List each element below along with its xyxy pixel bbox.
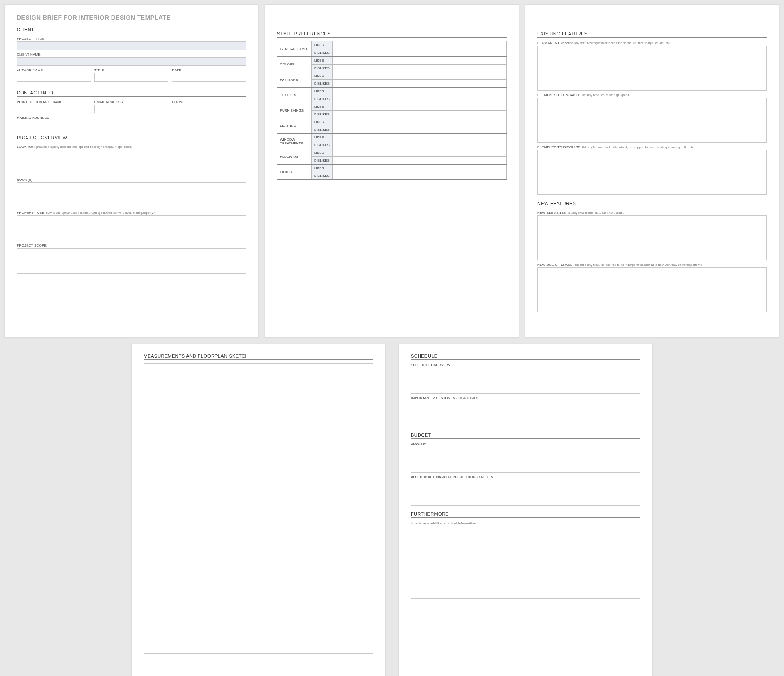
section-new: NEW FEATURES xyxy=(537,201,767,207)
input-furnishings-dislikes[interactable] xyxy=(333,111,507,118)
section-client: CLIENT xyxy=(17,27,246,33)
label-fin-notes: ADDITIONAL FINANCIAL PROJECTIONS / NOTES xyxy=(411,475,640,479)
label-project-title: PROJECT TITLE xyxy=(17,37,246,41)
input-scope[interactable] xyxy=(17,248,246,274)
input-author-name[interactable] xyxy=(17,73,91,82)
input-email[interactable] xyxy=(94,105,169,113)
label-rooms: ROOM(S) xyxy=(17,178,246,182)
cat-furnishings: FURNISHINGS xyxy=(277,103,312,118)
page-2-style-preferences: STYLE PREFERENCES GENERAL STYLELIKES DIS… xyxy=(265,4,519,338)
label-title: TITLE xyxy=(94,68,169,72)
input-general-dislikes[interactable] xyxy=(333,49,507,57)
cat-lighting: LIGHTING xyxy=(277,118,312,134)
input-phone[interactable] xyxy=(172,105,246,113)
input-flooring-likes[interactable] xyxy=(333,149,507,157)
input-new-use[interactable] xyxy=(537,267,767,312)
section-contact: CONTACT INFO xyxy=(17,90,246,97)
input-disguise[interactable] xyxy=(537,150,767,195)
input-fin-notes[interactable] xyxy=(411,480,640,506)
section-schedule: SCHEDULE xyxy=(411,353,640,360)
label-phone: PHONE xyxy=(172,100,246,104)
document-title: DESIGN BRIEF FOR INTERIOR DESIGN TEMPLAT… xyxy=(17,14,246,21)
input-other-dislikes[interactable] xyxy=(333,172,507,180)
section-budget: BUDGET xyxy=(411,432,640,439)
input-project-title[interactable] xyxy=(17,41,246,50)
input-milestones[interactable] xyxy=(411,401,640,426)
input-window-likes[interactable] xyxy=(333,134,507,141)
page-4-sketch: MEASUREMENTS AND FLOORPLAN SKETCH xyxy=(131,344,386,676)
input-lighting-dislikes[interactable] xyxy=(333,126,507,134)
label-client-name: CLIENT NAME xyxy=(17,53,246,56)
input-enhance[interactable] xyxy=(537,98,767,143)
input-new-elements[interactable] xyxy=(537,215,767,260)
input-date[interactable] xyxy=(172,73,246,82)
cat-window: WINDOW TREATMENTS xyxy=(277,134,312,149)
input-location[interactable] xyxy=(17,150,246,175)
label-mailing: MAILING ADDRESS xyxy=(17,116,246,120)
label-author-name: AUTHOR NAME xyxy=(17,68,91,72)
label-permanent: PERMANENTdescribe any features requested… xyxy=(537,41,767,45)
label-amount: AMOUNT xyxy=(411,442,640,446)
sketch-area[interactable] xyxy=(144,363,373,654)
section-overview: PROJECT OVERVIEW xyxy=(17,135,246,141)
input-permanent[interactable] xyxy=(537,46,767,91)
likes-label: LIKES xyxy=(312,41,333,49)
input-flooring-dislikes[interactable] xyxy=(333,157,507,165)
label-furthermore-hint: include any additional critical informat… xyxy=(411,521,640,525)
cat-general: GENERAL STYLE xyxy=(277,41,312,57)
label-new-elements: NEW ELEMENTSlist any new elements to be … xyxy=(537,211,767,215)
cat-flooring: FLOORING xyxy=(277,149,312,165)
label-email: EMAIL ADDRESS xyxy=(94,100,169,104)
page-1-client-overview: DESIGN BRIEF FOR INTERIOR DESIGN TEMPLAT… xyxy=(4,4,259,338)
input-textiles-likes[interactable] xyxy=(333,88,507,95)
input-patterns-dislikes[interactable] xyxy=(333,80,507,88)
section-existing: EXISTING FEATURES xyxy=(537,31,767,38)
input-title[interactable] xyxy=(94,73,169,82)
input-amount[interactable] xyxy=(411,447,640,473)
input-colors-dislikes[interactable] xyxy=(333,65,507,72)
label-new-use: NEW USE OF SPACEdescribe any features de… xyxy=(537,263,767,267)
input-lighting-likes[interactable] xyxy=(333,118,507,126)
input-window-dislikes[interactable] xyxy=(333,141,507,149)
input-furnishings-likes[interactable] xyxy=(333,103,507,111)
label-date: DATE xyxy=(172,68,246,72)
input-general-likes[interactable] xyxy=(333,41,507,49)
section-style: STYLE PREFERENCES xyxy=(277,31,507,38)
input-patterns-likes[interactable] xyxy=(333,72,507,80)
style-pref-table: GENERAL STYLELIKES DISLIKES COLORSLIKES … xyxy=(277,41,507,180)
cat-colors: COLORS xyxy=(277,57,312,72)
page-3-features: EXISTING FEATURES PERMANENTdescribe any … xyxy=(525,4,779,338)
input-poc[interactable] xyxy=(17,105,91,113)
section-sketch: MEASUREMENTS AND FLOORPLAN SKETCH xyxy=(144,353,373,360)
input-rooms[interactable] xyxy=(17,182,246,208)
input-property-use[interactable] xyxy=(17,215,246,241)
section-furthermore: FURTHERMORE xyxy=(411,511,640,518)
label-disguise: ELEMENTS TO DISGUISElist any features to… xyxy=(537,145,767,149)
label-milestones: IMPORTANT MILESTONES / DEADLINES xyxy=(411,396,640,400)
label-property-use: PROPERTY USEhow is the space used? is th… xyxy=(17,211,246,215)
label-scope: PROJECT SCOPE xyxy=(17,244,246,247)
cat-textiles: TEXTILES xyxy=(277,88,312,103)
label-enhance: ELEMENTS TO ENHANCElist any features to … xyxy=(537,93,767,97)
page-5-schedule-budget: SCHEDULE SCHEDULE OVERVIEW IMPORTANT MIL… xyxy=(398,344,653,676)
input-mailing[interactable] xyxy=(17,121,246,129)
input-furthermore[interactable] xyxy=(411,526,640,599)
input-colors-likes[interactable] xyxy=(333,57,507,65)
label-schedule-overview: SCHEDULE OVERVIEW xyxy=(411,363,640,367)
input-client-name[interactable] xyxy=(17,57,246,66)
input-textiles-dislikes[interactable] xyxy=(333,95,507,103)
cat-other: OTHER xyxy=(277,165,312,180)
label-poc: POINT OF CONTACT NAME xyxy=(17,100,91,104)
cat-patterns: PATTERNS xyxy=(277,72,312,88)
label-location: LOCATIONprovide property address and spe… xyxy=(17,145,246,149)
dislikes-label: DISLIKES xyxy=(312,49,333,57)
input-other-likes[interactable] xyxy=(333,165,507,172)
input-schedule-overview[interactable] xyxy=(411,368,640,394)
